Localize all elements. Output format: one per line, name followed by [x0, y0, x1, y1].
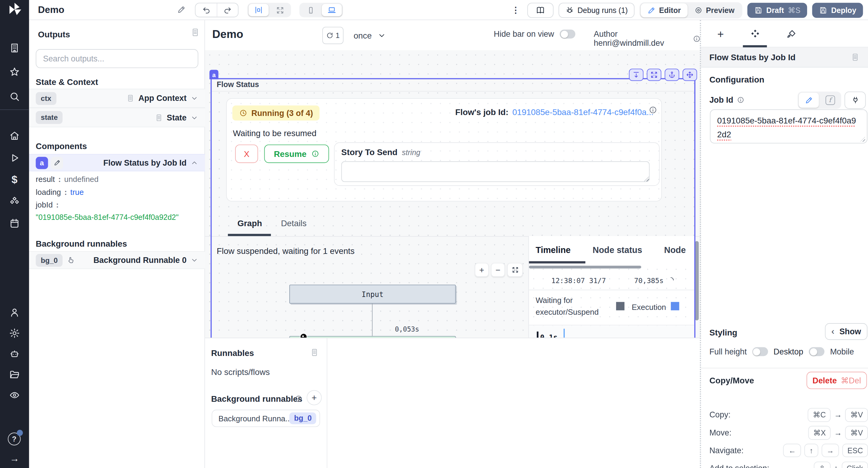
chevron-up-icon[interactable]	[190, 159, 198, 167]
resume-label: Resume	[274, 149, 307, 159]
flow-graph-area: Flow suspended, waiting for 1 events + −…	[205, 236, 528, 338]
expand-component-button[interactable]	[647, 69, 661, 81]
runs-play-icon[interactable]	[9, 153, 20, 164]
draft-save-button[interactable]: Draft ⌘S	[747, 2, 807, 18]
chevron-down-icon[interactable]	[190, 113, 198, 121]
state-row[interactable]: state State	[29, 108, 205, 127]
expand-rail-arrow-icon[interactable]: →	[9, 453, 20, 464]
insert-component-tab-plus-icon[interactable]: +	[714, 28, 727, 40]
editor-tab[interactable]: Editor	[641, 3, 688, 17]
centered-layout-button[interactable]	[249, 4, 269, 16]
show-label: Show	[839, 327, 861, 336]
desktop-mobile-toggle[interactable]	[809, 347, 825, 356]
more-menu-kebab-icon[interactable]: ⋮	[509, 5, 522, 15]
deploy-button[interactable]: Deploy	[812, 2, 863, 18]
tab-node-status[interactable]: Node status	[592, 245, 642, 255]
background-runnable-row[interactable]: bg_0 Background Runnable 0	[29, 251, 205, 269]
docs-book-button[interactable]	[527, 2, 553, 18]
undo-button[interactable]	[195, 3, 217, 16]
key-arrow-left: ←	[783, 444, 801, 457]
info-icon[interactable]	[737, 96, 744, 104]
active-tab-underline	[743, 45, 767, 47]
edit-pencil-icon[interactable]	[51, 157, 63, 169]
key-arrow-up: ↑	[804, 444, 818, 457]
fx-input-mode-icon[interactable]: f	[820, 93, 840, 108]
full-height-toggle[interactable]	[752, 347, 768, 356]
doc-icon	[126, 94, 134, 103]
tab-graph[interactable]: Graph	[238, 218, 262, 228]
favorites-star-icon[interactable]	[9, 67, 20, 78]
full-width-button[interactable]	[270, 4, 290, 16]
mobile-view-button[interactable]	[301, 4, 321, 16]
debug-runs-button[interactable]: Debug runs (1)	[558, 2, 634, 18]
static-input-mode-pencil-icon[interactable]	[799, 93, 819, 108]
show-styling-button[interactable]: ‹ Show	[825, 323, 867, 340]
resources-cubes-icon[interactable]	[9, 196, 20, 207]
styling-brush-tab-icon[interactable]	[785, 28, 797, 40]
move-component-button[interactable]	[683, 69, 697, 81]
add-background-runnable-button[interactable]: +	[307, 390, 321, 405]
schedule-dropdown[interactable]: once	[353, 27, 386, 44]
selection-border-left	[211, 78, 212, 338]
refresh-count-button[interactable]: 1	[322, 27, 343, 44]
panel-resize-gutter[interactable]	[697, 20, 701, 468]
tab-node[interactable]: Node	[664, 245, 686, 255]
schedules-calendar-icon[interactable]	[9, 218, 20, 229]
preview-tab[interactable]: Preview	[687, 3, 741, 17]
copy-label: Copy:	[710, 410, 731, 419]
workspace-icon[interactable]	[9, 42, 20, 54]
component-row-selected[interactable]: a Flow Status by Job Id	[29, 154, 205, 171]
background-runnable-card[interactable]: Background Runna... bg_0	[212, 409, 320, 427]
timeline-tabs: Timeline Node status Node	[529, 236, 694, 264]
tab-timeline[interactable]: Timeline	[535, 245, 570, 255]
fill-height-button[interactable]	[629, 69, 644, 81]
debug-runs-label: Debug runs (1)	[578, 6, 628, 14]
cancel-flow-button[interactable]: X	[235, 144, 258, 163]
doc-panel-icon[interactable]	[310, 348, 319, 358]
user-icon[interactable]	[9, 307, 20, 318]
delete-component-button[interactable]: Delete ⌘Del	[807, 372, 867, 389]
chevron-down-icon[interactable]	[190, 94, 198, 102]
search-outputs-input[interactable]	[36, 49, 198, 68]
story-textarea[interactable]	[341, 161, 650, 182]
plus-separator: +	[834, 464, 838, 468]
edge-duration-label: 0,053s	[395, 325, 419, 333]
prop-jobid: jobId:	[36, 200, 62, 209]
windmill-logo[interactable]	[7, 2, 22, 16]
job-id-input[interactable]: 0191085e-5baa-81ef-4774-c9ef4f0a92d2	[710, 109, 868, 143]
resize-handle[interactable]	[860, 137, 865, 142]
resume-button[interactable]: Resume	[264, 144, 329, 163]
doc-panel-icon[interactable]	[190, 27, 200, 37]
graph-zoom-out-button[interactable]: −	[491, 263, 505, 277]
tab-details[interactable]: Details	[281, 218, 307, 228]
flow-job-id-link[interactable]: 0191085e-5baa-81ef-4774-c9ef4f0a...	[513, 107, 653, 117]
redo-button[interactable]	[217, 3, 238, 16]
anchor-component-button[interactable]	[664, 69, 679, 81]
info-icon[interactable]	[649, 105, 658, 114]
doc-panel-icon[interactable]	[851, 53, 860, 62]
settings-gear-icon[interactable]	[9, 328, 20, 339]
graph-zoom-in-button[interactable]: +	[475, 263, 489, 277]
component-settings-tab-icon[interactable]	[749, 28, 761, 40]
ctx-row[interactable]: ctx App Context	[29, 89, 205, 108]
workers-robot-icon[interactable]	[9, 348, 20, 359]
folders-icon[interactable]	[9, 369, 20, 380]
info-icon[interactable]	[294, 395, 303, 403]
graph-node-input[interactable]: Input	[289, 285, 456, 304]
execution-color-swatch	[671, 302, 679, 310]
desktop-view-button[interactable]	[321, 4, 342, 16]
hide-bar-toggle[interactable]	[560, 30, 575, 38]
graph-fullscreen-button[interactable]	[507, 263, 523, 277]
waiting-color-swatch	[616, 302, 624, 310]
billing-dollar-icon[interactable]: $	[9, 173, 20, 185]
chevron-down-icon[interactable]	[190, 256, 198, 264]
help-notification-dot	[17, 430, 23, 436]
timeline-row: 0,1s	[529, 326, 694, 338]
state-context-title: State & Context	[36, 77, 98, 87]
duration: 70,385s	[634, 276, 664, 284]
rename-pencil-icon[interactable]	[177, 5, 186, 14]
connect-plug-button[interactable]	[844, 92, 866, 109]
search-icon[interactable]	[9, 91, 20, 102]
home-icon[interactable]	[9, 130, 20, 141]
audit-eye-icon[interactable]	[9, 390, 20, 401]
